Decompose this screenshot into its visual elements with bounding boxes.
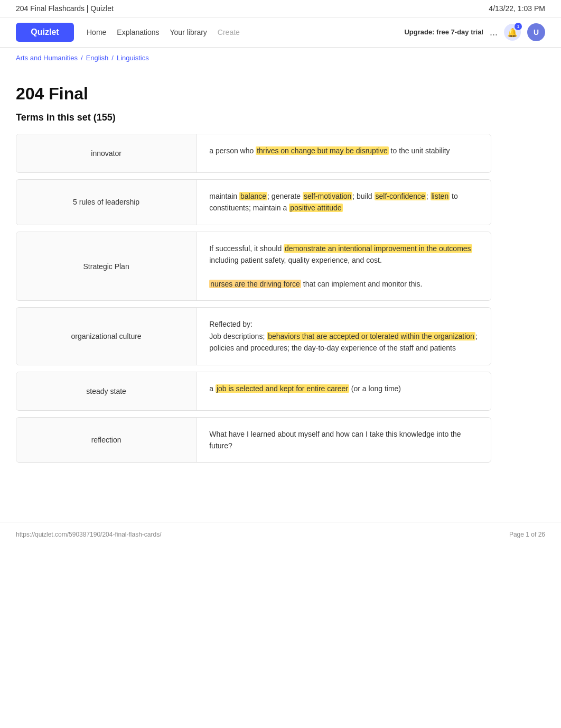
flashcard-5: steady state a job is selected and kept … [16,372,491,411]
def-reflection: What have I learned about myself and how… [197,418,491,463]
breadcrumb: Arts and Humanities / English / Linguist… [0,48,561,68]
highlight-innovator: thrives on change but may be disruptive [256,146,388,155]
nav-home[interactable]: Home [87,28,106,36]
flashcard-4: organizational culture Reflected by: Job… [16,307,491,365]
logo-text: Quizlet [31,27,59,37]
term-strategic-plan: Strategic Plan [16,232,197,301]
highlight-self-confidence: self-confidence [375,192,426,200]
term-innovator: innovator [16,134,197,172]
top-bar: 204 Final Flashcards | Quizlet 4/13/22, … [0,0,561,17]
def-strategic-plan: If successful, it should demonstrate an … [197,232,491,301]
breadcrumb-linguistics: Linguistics [117,54,149,62]
term-reflection: reflection [16,418,197,463]
def-innovator: a person who thrives on change but may b… [197,134,491,172]
main-content: 204 Final Terms in this set (155) innova… [0,68,507,501]
def-steady-state: a job is selected and kept for entire ca… [197,372,491,410]
flashcard-2: 5 rules of leadership maintain balance; … [16,179,491,225]
def-org-culture: Reflected by: Job descriptions; behavior… [197,308,491,364]
breadcrumb-arts[interactable]: Arts and Humanities [16,54,78,62]
breadcrumb-english[interactable]: English [86,54,109,62]
highlight-job-selected: job is selected and kept for entire care… [216,384,349,393]
more-options-button[interactable]: ... [490,27,498,38]
set-title: 204 Final [16,84,491,104]
highlight-positive-attitude: positive attitude [289,204,342,212]
footer: https://quizlet.com/590387190/204-final-… [0,522,561,547]
highlight-behaviors: behaviors that are accepted or tolerated… [267,332,475,340]
avatar[interactable]: U [527,23,545,41]
nav-right: Upgrade: free 7-day trial ... 🔔 1 U [404,23,545,41]
term-steady-state: steady state [16,372,197,410]
nav-your-library[interactable]: Your library [170,28,207,36]
datetime: 4/13/22, 1:03 PM [489,4,545,13]
highlight-listen: listen [431,192,450,200]
nav-links: Home Explanations Your library Create [87,28,391,36]
logo[interactable]: Quizlet [16,23,74,42]
footer-page: Page 1 of 26 [509,531,545,538]
highlight-balance: balance [239,192,267,200]
navbar: Quizlet Home Explanations Your library C… [0,17,561,48]
terms-header: Terms in this set (155) [16,112,491,123]
term-org-culture: organizational culture [16,308,197,364]
breadcrumb-sep-1: / [81,54,83,62]
notifications-button[interactable]: 🔔 1 [504,24,521,41]
highlight-nurses: nurses are the driving force [209,280,301,288]
flashcard-3: Strategic Plan If successful, it should … [16,232,491,301]
nav-create[interactable]: Create [218,28,240,36]
flashcard-6: reflection What have I learned about mys… [16,417,491,463]
nav-explanations[interactable]: Explanations [117,28,159,36]
highlight-demonstrate: demonstrate an intentional improvement i… [284,244,472,253]
highlight-self-motivation: self-motivation [303,192,352,200]
upgrade-button[interactable]: Upgrade: free 7-day trial [404,28,483,37]
term-rules: 5 rules of leadership [16,180,197,225]
flashcard-1: innovator a person who thrives on change… [16,134,491,173]
breadcrumb-sep-2: / [111,54,114,62]
def-rules: maintain balance; generate self-motivati… [197,180,491,225]
notification-badge: 1 [515,23,522,30]
footer-url: https://quizlet.com/590387190/204-final-… [16,531,162,538]
tab-title: 204 Final Flashcards | Quizlet [16,4,114,13]
